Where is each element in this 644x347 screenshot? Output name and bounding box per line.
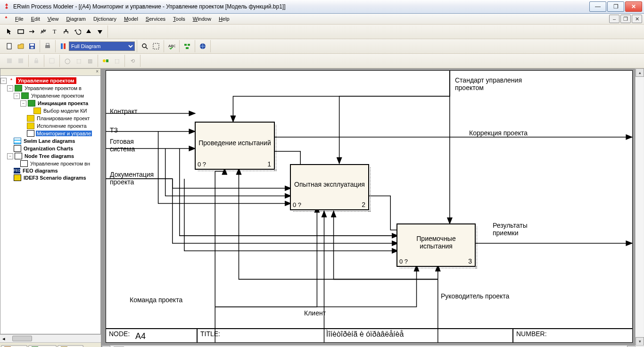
svg-rect-11 xyxy=(153,43,159,49)
menu-view[interactable]: View xyxy=(44,15,63,23)
disabled-tool-1 xyxy=(4,56,15,66)
svg-rect-9 xyxy=(64,43,66,49)
scroll-up-icon[interactable]: ▴ xyxy=(636,68,644,77)
svg-rect-6 xyxy=(45,45,50,48)
tree-item[interactable]: Organization Charts xyxy=(0,145,100,152)
maximize-button[interactable]: ❐ xyxy=(607,1,624,12)
active-tool-1[interactable] xyxy=(100,56,111,66)
svg-rect-8 xyxy=(61,43,63,49)
model-explorer-button[interactable] xyxy=(182,41,192,51)
browser-button[interactable] xyxy=(198,41,208,51)
down-tool[interactable] xyxy=(95,26,105,37)
disabled-tool-5: ⬚ xyxy=(74,56,84,66)
mdi-restore-button[interactable]: ❐ xyxy=(620,15,631,23)
scroll-down-icon[interactable]: ▾ xyxy=(636,337,644,346)
tab-activities[interactable]: Acti... xyxy=(1,345,27,347)
tree-item[interactable]: Swim Lane diagrams xyxy=(0,137,100,145)
undo-tool[interactable] xyxy=(72,26,83,37)
disabled-tool-4: ◯ xyxy=(62,56,73,66)
mdi-minimize-button[interactable]: – xyxy=(609,15,619,23)
svg-rect-21 xyxy=(106,59,108,62)
toolbar-drawing: T xyxy=(0,25,644,39)
horizontal-scrollbar[interactable]: ◂ ▸ xyxy=(102,345,636,347)
mdi-close-button[interactable]: ✕ xyxy=(632,15,642,23)
text-tool[interactable]: T xyxy=(50,26,60,37)
window-title: ERwin Process Modeler - [(A4) Мониторинг… xyxy=(13,3,588,10)
lock-icon xyxy=(31,56,41,66)
tree-item[interactable]: Выбор модели КИ xyxy=(0,107,100,115)
tree-item[interactable]: Планирование проект xyxy=(0,115,100,122)
minimize-button[interactable]: — xyxy=(589,1,606,12)
open-button[interactable] xyxy=(16,41,26,51)
mechanism-label: Клиент xyxy=(304,309,326,317)
zoom-in-button[interactable] xyxy=(140,41,150,51)
tree-item[interactable]: Управление проектом вн xyxy=(0,160,100,167)
zoom-select[interactable]: Full Diagram xyxy=(69,41,135,51)
input-label: Документация проекта xyxy=(110,171,162,186)
menu-edit[interactable]: Edit xyxy=(27,15,44,23)
tree-item[interactable]: −Инициация проекта xyxy=(0,99,100,107)
diagram-footer: NODE: A4 TITLE:Ìîíèòîðèíã è óïðàâëåíèå N… xyxy=(106,328,632,342)
close-button[interactable]: ✕ xyxy=(625,1,642,12)
tree-item[interactable]: −Управление проектом xyxy=(0,92,100,99)
app-icon xyxy=(3,3,10,10)
menu-services[interactable]: Services xyxy=(142,15,169,23)
disabled-tool-7: ⬚ xyxy=(112,56,122,66)
tree-item[interactable]: −Управление проектом в xyxy=(0,84,100,92)
tree-root[interactable]: −Управление проектом xyxy=(0,77,100,84)
activity-tool[interactable] xyxy=(16,26,26,37)
spellcheck-button[interactable]: ABC xyxy=(166,41,177,51)
input-label: ТЗ xyxy=(110,126,118,134)
tree-item[interactable]: Исполнение проекта xyxy=(0,122,100,130)
zoom-fit-button[interactable] xyxy=(151,41,161,51)
diagram-canvas-area: Стандарт управления проектом Контракт ТЗ… xyxy=(102,68,644,347)
activity-box-3[interactable]: Приемочные испытания 0 ? 3 xyxy=(396,223,476,267)
activity-box-2[interactable]: Опытная эксплуатация 0 ? 2 xyxy=(290,164,369,210)
tree-item[interactable]: FEOFEO diagrams xyxy=(0,167,100,174)
up-tool[interactable] xyxy=(83,26,94,37)
explorer-tabs: Acti... Diag... Obj... xyxy=(0,342,101,347)
menu-tools[interactable]: Tools xyxy=(169,15,189,23)
window-titlebar: ERwin Process Modeler - [(A4) Мониторинг… xyxy=(0,0,644,14)
svg-rect-4 xyxy=(30,44,34,46)
svg-rect-13 xyxy=(184,44,187,46)
menu-file[interactable]: File xyxy=(11,15,27,23)
svg-rect-0 xyxy=(18,30,24,33)
menu-window[interactable]: Window xyxy=(189,15,215,23)
scroll-corner xyxy=(635,345,644,347)
output-label: Результаты приемки xyxy=(493,222,540,237)
output-label: Коррекция проекта xyxy=(469,129,528,137)
svg-rect-7 xyxy=(46,43,49,45)
tab-diagrams[interactable]: Diag... xyxy=(28,345,57,347)
vertical-scrollbar[interactable]: ▴ ▾ xyxy=(635,68,644,346)
svg-rect-17 xyxy=(7,58,12,63)
menu-help[interactable]: Help xyxy=(215,15,233,23)
arrow-tool[interactable] xyxy=(27,26,37,37)
mechanism-label: Команда проекта xyxy=(130,296,182,304)
report-button[interactable] xyxy=(58,41,68,51)
disabled-tool-6: ▥ xyxy=(85,56,95,66)
menu-dictionary[interactable]: Dictionary xyxy=(90,15,120,23)
squiggle-tool[interactable] xyxy=(38,26,49,37)
tree-item-selected[interactable]: Мониторинг и управле xyxy=(0,130,100,137)
input-label: Готовая система xyxy=(110,138,148,153)
diagram-page[interactable]: Стандарт управления проектом Контракт ТЗ… xyxy=(106,70,633,343)
svg-text:T: T xyxy=(53,28,57,35)
tree-scrollbar[interactable]: ◂ xyxy=(0,334,101,342)
parent-tool[interactable] xyxy=(61,26,71,37)
new-button[interactable] xyxy=(4,41,15,51)
save-button[interactable] xyxy=(27,41,37,51)
pointer-tool[interactable] xyxy=(4,26,15,37)
activity-box-1[interactable]: Проведение испытаний 0 ? 1 xyxy=(195,122,275,170)
tab-objects[interactable]: Obj... xyxy=(58,345,83,347)
menu-diagram[interactable]: Diagram xyxy=(62,15,90,23)
svg-rect-2 xyxy=(7,43,11,49)
tree-item[interactable]: IDEF3 Scenario diagrams xyxy=(0,174,100,182)
menu-model[interactable]: Model xyxy=(120,15,142,23)
disabled-tool-2 xyxy=(16,56,26,66)
tree-item[interactable]: −Node Tree diagrams xyxy=(0,152,100,160)
print-button[interactable] xyxy=(42,41,53,51)
model-explorer: × −Управление проектом −Управление проек… xyxy=(0,68,102,347)
panel-close-icon[interactable]: × xyxy=(0,69,100,76)
control-label: Стандарт управления проектом xyxy=(455,76,540,91)
